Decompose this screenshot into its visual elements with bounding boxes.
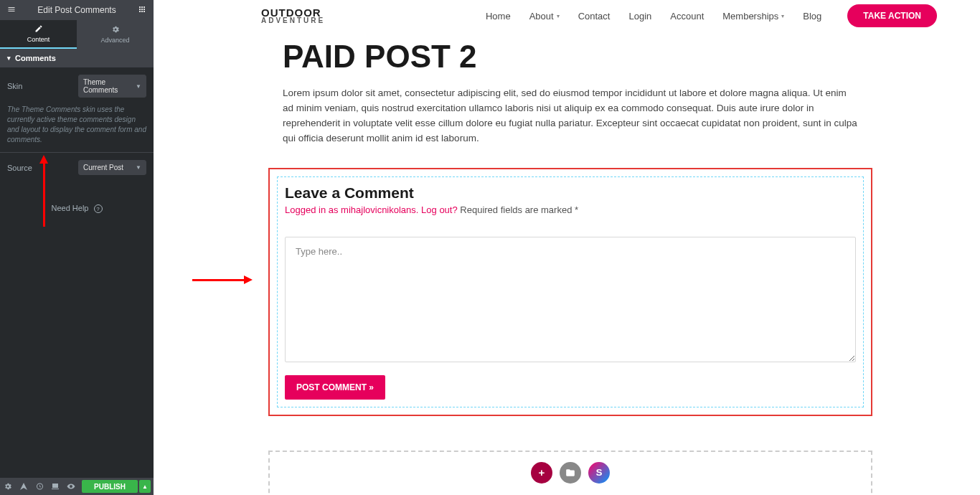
site-header: OUTDOOR ADVENTURE Home About▾ Contact Lo… <box>154 0 980 32</box>
nav-memberships[interactable]: Memberships▾ <box>722 11 784 22</box>
chevron-down-icon: ▼ <box>136 164 141 171</box>
comment-meta: Logged in as mihajlovicnikolans. Log out… <box>285 204 856 215</box>
hamburger-icon[interactable] <box>6 5 17 15</box>
add-section-button[interactable]: + <box>531 462 552 484</box>
navigator-icon[interactable] <box>16 478 32 495</box>
pencil-icon <box>34 24 43 35</box>
nav-about[interactable]: About▾ <box>529 11 560 22</box>
settings-icon[interactable] <box>0 478 16 495</box>
preview-icon[interactable] <box>63 478 79 495</box>
chevron-down-icon: ▼ <box>136 83 141 90</box>
tab-content[interactable]: Content <box>0 20 77 49</box>
add-section-buttons: + S <box>531 462 610 484</box>
caret-down-icon: ▾ <box>7 55 11 62</box>
gear-icon <box>111 25 120 36</box>
selected-widget-outline: Leave a Comment Logged in as mihajlovicn… <box>268 168 872 416</box>
chevron-down-icon: ▾ <box>781 13 784 19</box>
responsive-icon[interactable] <box>47 478 63 495</box>
source-label: Source <box>7 164 78 172</box>
need-help-link[interactable]: Need Help ? <box>0 182 154 235</box>
nav-login[interactable]: Login <box>628 11 651 22</box>
preview-canvas: OUTDOOR ADVENTURE Home About▾ Contact Lo… <box>154 0 980 495</box>
skin-select[interactable]: Theme Comments ▼ <box>78 75 146 98</box>
sidebar-top-bar: Edit Post Comments <box>0 0 154 20</box>
source-value: Current Post <box>83 164 123 171</box>
elementor-sidebar: Edit Post Comments Content Advanced ▾ Co… <box>0 0 154 495</box>
add-section-area[interactable]: + S <box>268 451 872 495</box>
tab-advanced[interactable]: Advanced <box>77 20 154 49</box>
nav-account[interactable]: Account <box>670 11 704 22</box>
sidebar-bottom-bar: PUBLISH ▲ <box>0 478 154 495</box>
publish-label: PUBLISH <box>94 483 126 491</box>
publish-button[interactable]: PUBLISH <box>82 480 138 493</box>
source-select[interactable]: Current Post ▼ <box>78 160 146 175</box>
publish-options-button[interactable]: ▲ <box>139 480 151 493</box>
control-skin: Skin Theme Comments ▼ <box>0 67 154 105</box>
skin-label: Skin <box>7 82 78 90</box>
question-icon: ? <box>94 204 103 213</box>
post-body: Lorem ipsum dolor sit amet, consectetur … <box>283 86 858 146</box>
history-icon[interactable] <box>32 478 47 495</box>
post-title: PAID POST 2 <box>283 39 858 75</box>
section-comments-header[interactable]: ▾ Comments <box>0 49 154 67</box>
starter-templates-button[interactable]: S <box>588 462 610 484</box>
skin-value: Theme Comments <box>83 78 136 94</box>
template-library-button[interactable] <box>560 462 581 484</box>
tab-content-label: Content <box>27 36 50 43</box>
comment-widget[interactable]: Leave a Comment Logged in as mihajlovicn… <box>277 176 864 407</box>
need-help-label: Need Help <box>51 204 88 212</box>
site-logo[interactable]: OUTDOOR ADVENTURE <box>261 8 325 24</box>
chevron-down-icon: ▾ <box>557 13 560 19</box>
cta-button[interactable]: TAKE ACTION <box>847 4 937 27</box>
sidebar-tabs: Content Advanced <box>0 20 154 49</box>
main-nav: Home About▾ Contact Login Account Member… <box>486 4 937 27</box>
nav-contact[interactable]: Contact <box>578 11 611 22</box>
required-note: Required fields are marked * <box>460 204 578 215</box>
sidebar-title: Edit Post Comments <box>17 5 136 15</box>
comment-heading: Leave a Comment <box>285 184 856 202</box>
tab-advanced-label: Advanced <box>100 37 129 44</box>
logout-link[interactable]: Log out? <box>421 204 458 215</box>
logo-line2: ADVENTURE <box>261 17 325 24</box>
nav-home[interactable]: Home <box>486 11 511 22</box>
folder-icon <box>565 468 575 478</box>
post-comment-button[interactable]: POST COMMENT » <box>285 375 385 400</box>
nav-blog[interactable]: Blog <box>803 11 821 22</box>
logged-in-link[interactable]: Logged in as mihajlovicnikolans <box>285 204 416 215</box>
section-comments-label: Comments <box>15 54 56 62</box>
widgets-grid-icon[interactable] <box>136 5 148 15</box>
control-source: Source Current Post ▼ <box>0 153 154 182</box>
logo-line1: OUTDOOR <box>261 8 325 18</box>
comment-textarea[interactable] <box>285 237 856 362</box>
skin-hint: The Theme Comments skin uses the current… <box>0 105 154 152</box>
post-content: PAID POST 2 Lorem ipsum dolor sit amet, … <box>154 32 980 146</box>
